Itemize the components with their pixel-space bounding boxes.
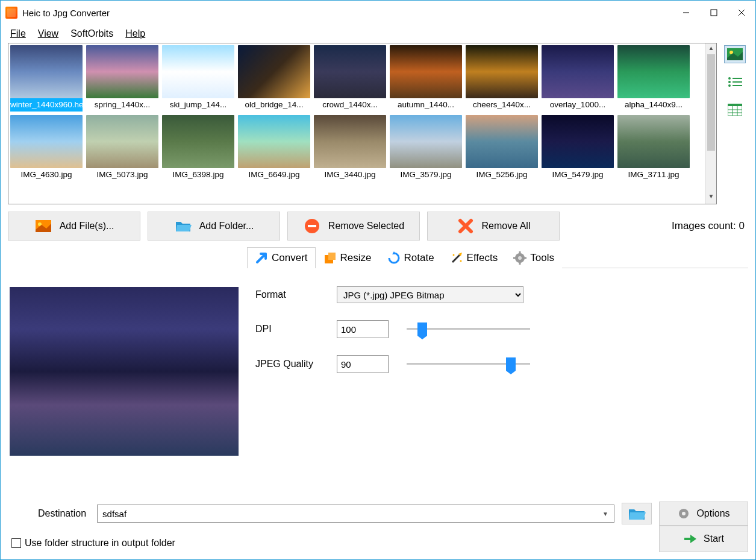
thumbnail[interactable]: IMG_6398.jpg <box>162 115 234 181</box>
thumbnail-caption: IMG_3579.jpg <box>390 168 462 181</box>
thumbnail-image <box>542 45 614 98</box>
svg-point-29 <box>518 256 522 260</box>
remove-selected-button[interactable]: Remove Selected <box>287 212 420 241</box>
svg-rect-7 <box>733 78 742 79</box>
thumbnail[interactable]: winter_1440x960.heic <box>10 45 83 112</box>
thumbnail-image <box>390 115 462 168</box>
checkbox-icon[interactable] <box>11 538 21 548</box>
thumbnail-caption: winter_1440x960.heic <box>10 98 83 112</box>
svg-point-27 <box>460 260 461 262</box>
svg-point-8 <box>728 81 731 83</box>
svg-point-6 <box>728 77 731 80</box>
image-icon <box>34 218 52 234</box>
gallery-scrollbar[interactable]: ▲ ▼ <box>705 43 716 204</box>
thumbnail-caption: IMG_6649.jpg <box>238 168 310 181</box>
action-toolbar: Add File(s)... Add Folder... Remove Sele… <box>8 212 748 241</box>
dpi-slider[interactable] <box>407 322 530 336</box>
view-list-button[interactable] <box>724 73 746 91</box>
svg-rect-25 <box>328 253 336 260</box>
thumbnail[interactable]: alpha_1440x9... <box>617 45 690 112</box>
tab-convert[interactable]: Convert <box>247 247 316 268</box>
thumbnail[interactable]: IMG_5073.jpg <box>86 115 158 181</box>
window-title: Heic to Jpg Converter <box>22 8 110 18</box>
destination-label: Destination <box>8 508 90 519</box>
format-select[interactable]: JPG (*.jpg) JPEG Bitmap <box>337 286 523 303</box>
thumbnail[interactable]: IMG_3440.jpg <box>314 115 386 181</box>
thumbnail[interactable]: IMG_3711.jpg <box>617 115 690 181</box>
thumbnail-image <box>617 45 690 98</box>
maximize-button[interactable] <box>700 1 728 25</box>
quality-slider[interactable] <box>407 357 530 371</box>
thumbnail[interactable]: ski_jump_144... <box>162 45 234 112</box>
use-folder-structure-checkbox[interactable]: Use folder structure in output folder <box>8 538 175 549</box>
thumbnail-image <box>390 45 462 98</box>
scroll-down-icon[interactable]: ▼ <box>708 193 714 203</box>
rotate-icon <box>387 251 401 265</box>
thumbnail-caption: IMG_5256.jpg <box>466 168 538 181</box>
thumbnail[interactable]: old_bridge_14... <box>238 45 310 112</box>
remove-icon <box>303 218 321 234</box>
add-folder-button[interactable]: Add Folder... <box>148 212 280 241</box>
thumbnail[interactable]: IMG_6649.jpg <box>238 115 310 181</box>
menu-help[interactable]: Help <box>120 27 150 40</box>
quality-label: JPEG Quality <box>255 359 337 370</box>
thumbnail[interactable]: autumn_1440... <box>390 45 462 112</box>
destination-combo[interactable]: sdfsaf ▼ <box>97 505 614 523</box>
thumbnail[interactable]: cheers_1440x... <box>466 45 538 112</box>
app-icon <box>5 7 17 19</box>
tab-resize[interactable]: Resize <box>316 247 380 268</box>
svg-rect-21 <box>308 225 316 227</box>
start-button[interactable]: Start <box>659 526 748 552</box>
svg-rect-9 <box>733 81 742 83</box>
thumbnail[interactable]: spring_1440x... <box>86 45 158 112</box>
options-button[interactable]: Options <box>659 502 748 526</box>
close-button[interactable] <box>728 1 755 25</box>
thumbnail-caption: IMG_4630.jpg <box>10 168 83 181</box>
thumbnail[interactable]: IMG_3579.jpg <box>390 115 462 181</box>
preview-image <box>10 287 239 456</box>
menu-view[interactable]: View <box>33 27 63 40</box>
thumbnail[interactable]: IMG_5256.jpg <box>466 115 538 181</box>
menu-softorbits[interactable]: SoftOrbits <box>66 27 118 40</box>
thumbnail-image <box>86 115 158 168</box>
format-label: Format <box>255 289 337 300</box>
thumbnail[interactable]: overlay_1000... <box>542 45 614 112</box>
thumbnail-image <box>466 115 538 168</box>
thumbnail-image <box>10 45 83 98</box>
thumbnail[interactable]: IMG_4630.jpg <box>10 115 83 181</box>
tab-tools[interactable]: Tools <box>505 247 562 268</box>
thumbnail-caption: cheers_1440x... <box>466 98 538 112</box>
svg-point-10 <box>728 84 731 87</box>
settings-panel: Convert Resize Rotate Effects Tools <box>247 247 748 496</box>
thumbnail-caption: IMG_5073.jpg <box>86 168 158 181</box>
thumbnail[interactable]: crowd_1440x... <box>314 45 386 112</box>
svg-point-35 <box>682 512 686 515</box>
tab-rotate[interactable]: Rotate <box>380 247 442 268</box>
preview-pane <box>8 247 240 496</box>
tab-effects[interactable]: Effects <box>442 247 506 268</box>
thumbnail[interactable]: IMG_5479.jpg <box>542 115 614 181</box>
dpi-input[interactable] <box>337 320 389 338</box>
add-files-button[interactable]: Add File(s)... <box>8 212 140 241</box>
chevron-down-icon[interactable]: ▼ <box>599 508 611 520</box>
thumbnail-image <box>162 115 234 168</box>
svg-point-26 <box>452 254 454 256</box>
view-thumbnails-button[interactable] <box>724 45 746 63</box>
effects-icon <box>450 251 463 265</box>
view-sidebar <box>722 43 748 204</box>
thumbnail-caption: ski_jump_144... <box>162 98 234 112</box>
scroll-up-icon[interactable]: ▲ <box>708 45 714 54</box>
thumbnail-image <box>162 45 234 98</box>
thumbnail-image <box>238 115 310 168</box>
minimize-button[interactable] <box>672 1 700 25</box>
remove-all-button[interactable]: Remove All <box>427 212 560 241</box>
quality-input[interactable] <box>337 355 389 373</box>
dpi-label: DPI <box>255 324 337 335</box>
convert-icon <box>255 251 268 265</box>
titlebar: Heic to Jpg Converter <box>1 1 755 25</box>
folder-icon <box>174 218 192 234</box>
browse-destination-button[interactable] <box>622 503 652 524</box>
svg-rect-1 <box>711 10 717 16</box>
menu-file[interactable]: File <box>5 27 31 40</box>
view-details-button[interactable] <box>724 101 746 119</box>
